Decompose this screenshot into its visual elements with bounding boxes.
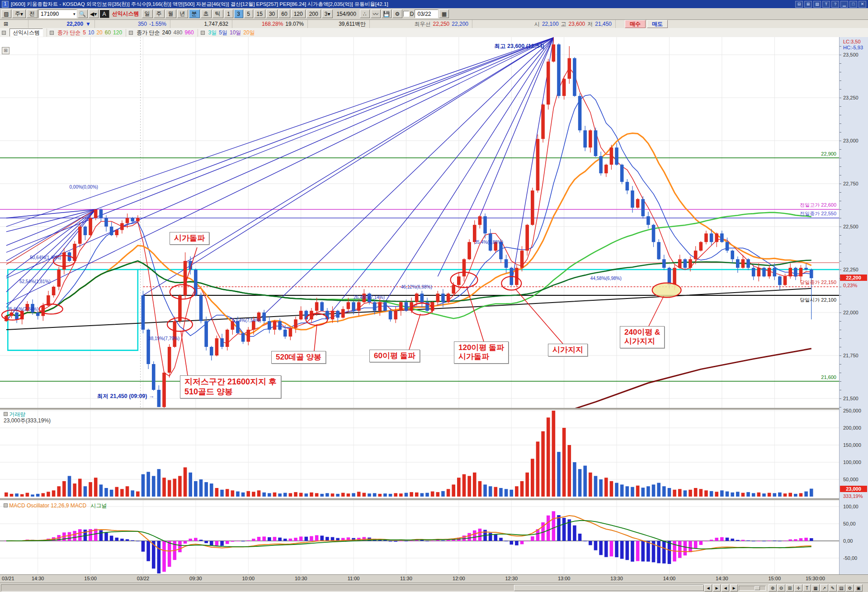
range-buttons: 일주월년 bbox=[142, 9, 188, 18]
low-note: 최저 21,450 (09:09) → bbox=[97, 393, 154, 400]
stock-name-label: 선익시스템 bbox=[110, 10, 141, 18]
svg-text:50,64%(1,40%): 50,64%(1,40%) bbox=[30, 255, 61, 260]
mode-button-분[interactable]: 분 bbox=[189, 9, 200, 18]
legend-bullet-icon bbox=[129, 31, 133, 35]
period-button-30[interactable]: 30 bbox=[266, 9, 278, 18]
window-control-icon-3[interactable]: T bbox=[822, 1, 830, 8]
stock-kind-dropdown[interactable]: 주 ▾ bbox=[12, 9, 26, 18]
window-control-icon-2[interactable]: ▤ bbox=[813, 1, 821, 8]
calendar-icon[interactable]: ▦ bbox=[439, 9, 449, 18]
window-control-icon-6[interactable]: □ bbox=[849, 1, 857, 8]
step-back-button[interactable]: ◀ bbox=[722, 584, 729, 592]
capture-tool-icon[interactable]: ▣ bbox=[854, 584, 863, 592]
current-volume-box: 23,000 bbox=[840, 486, 867, 492]
crosshair-icon[interactable]: ✛ bbox=[794, 584, 802, 592]
grid-tool-icon[interactable]: ▦ bbox=[811, 584, 820, 592]
trendline-tool-icon[interactable]: ↗ bbox=[820, 584, 828, 592]
window-control-icon-1[interactable]: ⊞ bbox=[804, 1, 812, 8]
macd-panel[interactable] bbox=[0, 500, 839, 574]
time-tick-label: 15:00 bbox=[81, 576, 99, 581]
macd-panel-title: MACD Oscillator 12,26,9 MACD 시그널 bbox=[4, 502, 107, 510]
prev-stock-icon[interactable]: ◀▾ bbox=[89, 9, 99, 18]
period-button-120[interactable]: 120 bbox=[291, 9, 306, 18]
window-title: [0600] 키움종합차트 - KOSDAQ 외국인보유[35(천)] 주식수[… bbox=[11, 1, 388, 8]
range-button-월[interactable]: 월 bbox=[165, 9, 176, 18]
search-icon[interactable]: 🔍 bbox=[78, 9, 88, 18]
date-input[interactable] bbox=[416, 10, 436, 18]
window-control-icon-7[interactable]: ✕ bbox=[859, 1, 866, 8]
down-arrow-icon: ▼ bbox=[85, 21, 91, 27]
price-tick-label: 21,500 bbox=[843, 396, 859, 401]
range-button-일[interactable]: 일 bbox=[142, 9, 153, 18]
chart-annotation-box[interactable]: 60이평 돌파 bbox=[369, 350, 420, 362]
step-forward-button[interactable]: ▶ bbox=[730, 584, 738, 592]
window-control-icon-0[interactable]: ⊟ bbox=[795, 1, 803, 8]
sell-button[interactable]: 매도 bbox=[647, 20, 668, 28]
macd-chart-svg[interactable] bbox=[0, 500, 839, 574]
stock-info-icon[interactable]: A bbox=[99, 9, 109, 18]
chart-scrollbar-track[interactable] bbox=[1, 584, 703, 592]
price-tick-label: 22,250 bbox=[843, 267, 859, 272]
time-tick-label: 15:00 bbox=[765, 576, 783, 581]
macd-tick-label: 50,00 bbox=[843, 521, 856, 526]
chart-annotation-box[interactable]: 시가돌파 bbox=[170, 232, 209, 245]
d-checkbox[interactable] bbox=[403, 11, 409, 17]
dots-tool-icon[interactable]: ∴ bbox=[360, 9, 370, 18]
resistance-level-label: 22,900 bbox=[760, 151, 836, 156]
code-dropdown-icon[interactable]: ▾ bbox=[73, 12, 75, 16]
zoom-out-icon[interactable]: ⊖ bbox=[777, 584, 785, 592]
fit-chart-icon[interactable]: ⊞ bbox=[786, 584, 794, 592]
mode-button-틱[interactable]: 틱 bbox=[212, 9, 223, 18]
range-button-주[interactable]: 주 bbox=[154, 9, 165, 18]
range-button-년[interactable]: 년 bbox=[177, 9, 188, 18]
mini-grid-icon[interactable]: ⊞ bbox=[2, 47, 9, 54]
mode-button-초[interactable]: 초 bbox=[201, 9, 212, 18]
line-style-icon[interactable]: 〰 bbox=[371, 9, 381, 18]
price-tick-label: 22,750 bbox=[843, 181, 859, 186]
prev-button[interactable]: 전 bbox=[27, 9, 38, 18]
scroll-right-button[interactable]: ▶ bbox=[713, 584, 721, 592]
current-volume-pct: 333,19% bbox=[843, 493, 863, 499]
chart-scrollbar-thumb[interactable] bbox=[514, 585, 704, 591]
volume-panel[interactable] bbox=[0, 410, 839, 498]
chart-annotation-box[interactable]: 시가지지 bbox=[548, 344, 588, 356]
stock-code-input[interactable] bbox=[40, 10, 73, 18]
chart-annotation-box[interactable]: 240이평 & 시가지지 bbox=[620, 326, 665, 348]
settings-tool-icon[interactable]: ⚙ bbox=[846, 584, 854, 592]
period-button-60[interactable]: 60 bbox=[278, 9, 290, 18]
zoom-slider[interactable] bbox=[739, 586, 766, 591]
volume-chart-svg[interactable] bbox=[0, 410, 839, 498]
chart-annotation-box[interactable]: 520데골 양봉 bbox=[271, 351, 326, 364]
settings-icon[interactable]: ⚙ bbox=[392, 9, 402, 18]
text-tool-icon[interactable]: T bbox=[803, 584, 811, 592]
period-select[interactable]: 3 ▾ bbox=[322, 9, 333, 18]
period-button-15[interactable]: 15 bbox=[254, 9, 265, 18]
zoom-in-icon[interactable]: ⊕ bbox=[769, 584, 777, 592]
save-icon[interactable]: 💾 bbox=[382, 9, 392, 18]
period-button-1[interactable]: 1 bbox=[224, 9, 233, 18]
quote-grid-icon[interactable]: ⊞ bbox=[4, 21, 8, 27]
day-close-label: 당일종가 22,150 bbox=[760, 279, 836, 286]
low-label: 저 bbox=[587, 20, 593, 28]
svg-text:35,66%(2,34%): 35,66%(2,34%) bbox=[7, 307, 38, 312]
volume-tick-label: 150,000 bbox=[843, 442, 861, 448]
volume-tick-label: 50,000 bbox=[843, 477, 859, 482]
stock-search-icon[interactable]: ▨ bbox=[1, 9, 11, 18]
time-tick-label: 03/21 bbox=[2, 576, 14, 581]
chart-annotation-box[interactable]: 120이평 돌파 시가돌파 bbox=[454, 341, 509, 364]
buy-button[interactable]: 매수 bbox=[625, 20, 646, 28]
period-button-200[interactable]: 200 bbox=[307, 9, 321, 18]
window-control-icon-5[interactable]: ▁ bbox=[840, 1, 848, 8]
system-name[interactable]: 선익시스템 bbox=[9, 28, 43, 37]
period-button-5[interactable]: 5 bbox=[244, 9, 253, 18]
list-tool-icon[interactable]: ▤ bbox=[837, 584, 845, 592]
price-axis[interactable]: LC:3,50 HC:-5,93 22,200 0,23% 23,000 333… bbox=[839, 37, 868, 574]
pen-tool-icon[interactable]: ✎ bbox=[829, 584, 837, 592]
period-button-3[interactable]: 3 bbox=[234, 9, 243, 18]
chart-annotation-box[interactable]: 지저스구간 21600지지 후 510골드 양봉 bbox=[180, 375, 281, 398]
window-control-icon-4[interactable]: ? bbox=[831, 1, 839, 8]
legend-bullet-icon bbox=[2, 31, 6, 35]
zoom-slider-thumb[interactable] bbox=[755, 586, 760, 590]
scroll-left-button[interactable]: ◀ bbox=[704, 584, 712, 592]
time-tick-label: 03/22 bbox=[134, 576, 152, 581]
